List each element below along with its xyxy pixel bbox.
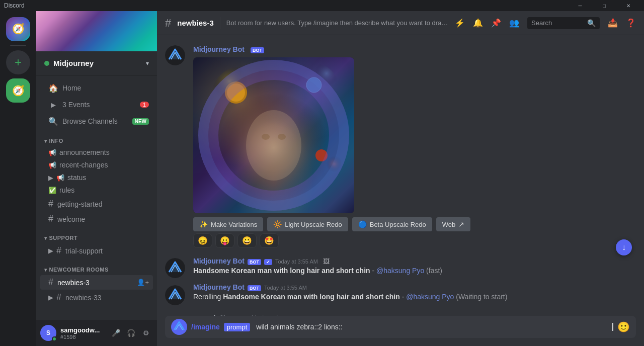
add-member-icon[interactable]: 👤+ — [137, 279, 149, 286]
sidebar-nav: 🏠 Home ▶ 3 Events 1 🔍 Browse Channels NE… — [36, 75, 157, 320]
section-info[interactable]: ▾ INFO — [36, 130, 157, 146]
sidebar-item-browse-channels[interactable]: 🔍 Browse Channels NEW — [40, 113, 153, 129]
reaction-tired[interactable]: 😖 — [193, 233, 212, 248]
reaction-star-struck[interactable]: 🤩 — [260, 233, 279, 248]
mention-1: @haksung Pyo — [376, 267, 424, 275]
text-cursor — [612, 323, 613, 331]
light-icon: 🔆 — [273, 220, 282, 228]
channel-announcements[interactable]: 📢 announcements — [40, 146, 153, 158]
titlebar-controls: ─ □ ✕ — [569, 0, 640, 11]
search-box[interactable]: Search 🔍 — [527, 17, 600, 29]
light-upscale-label: Light Upscale Redo — [285, 221, 342, 228]
reroll-time: Today at 3:55 AM — [264, 285, 307, 291]
emoji-button[interactable]: 🙂 — [617, 321, 630, 333]
user-tag: #1598 — [60, 334, 105, 340]
channel-newbies-3[interactable]: # newbies-3 👤+ — [40, 275, 153, 290]
section-support[interactable]: ▾ SUPPORT — [36, 227, 157, 243]
text-dash: - — [372, 267, 376, 275]
search-placeholder: Search — [531, 19, 584, 27]
user-info: samgoodw... #1598 — [60, 326, 105, 340]
pin-icon[interactable]: 📌 — [491, 18, 501, 28]
channel-description: Bot room for new users. Type /imagine th… — [226, 19, 449, 27]
reactions: 😖 😛 😀 🤩 — [193, 233, 636, 248]
sidebar: Midjourney ▾ 🏠 Home ▶ 3 Events 1 🔍 Brows… — [36, 11, 157, 346]
sidebar-item-home[interactable]: 🏠 Home — [40, 80, 153, 96]
bot-badge-3: BOT — [248, 285, 261, 291]
circle-icon: 🔵 — [358, 220, 367, 228]
image-icon: 🖼 — [323, 257, 330, 265]
notification-icon[interactable]: 🔔 — [473, 18, 483, 28]
channel-status[interactable]: ▶ 📢 status — [40, 171, 153, 184]
hash-icon: # — [48, 277, 53, 288]
sidebar-item-events[interactable]: ▶ 3 Events 1 — [40, 97, 153, 113]
slash-command: /imagine — [191, 323, 220, 331]
message-input-box[interactable]: /imagine prompt wild animals zebra::2 li… — [165, 316, 636, 338]
mention-2: @haksung Pyo — [406, 293, 454, 301]
chevron-down-icon: ▾ — [146, 60, 149, 67]
channel-recent-changes[interactable]: 📢 recent-changes — [40, 159, 153, 171]
section-newcomer[interactable]: ▾ NEWCOMER ROOMS — [36, 258, 157, 275]
server-header[interactable]: Midjourney ▾ — [36, 51, 157, 75]
section-newcomer-label: NEWCOMER ROOMS — [49, 267, 109, 273]
new-badge: NEW — [132, 118, 149, 125]
add-server-button[interactable]: + — [6, 50, 30, 74]
status-dot — [52, 336, 57, 341]
sparkles-icon: ✨ — [199, 220, 208, 228]
discover-button[interactable]: 🧭 — [6, 78, 30, 103]
compact-header: Midjourney Bot BOT ✓ Today at 3:55 AM 🖼 — [193, 257, 636, 265]
bold-prefix: Handsome Korean man with long hair and s… — [193, 267, 370, 275]
channel-getting-started[interactable]: # getting-started — [40, 197, 153, 211]
mute-button[interactable]: 🎤 — [109, 326, 123, 340]
web-button[interactable]: Web ↗ — [436, 217, 471, 231]
search-icon: 🔍 — [587, 19, 596, 27]
help-icon[interactable]: ❓ — [626, 18, 636, 28]
compact-content: Midjourney Bot BOT ✓ Today at 3:55 AM 🖼 … — [193, 257, 636, 278]
channel-name: newbies-3 — [57, 279, 134, 287]
light-upscale-redo-button[interactable]: 🔆 Light Upscale Redo — [267, 217, 348, 231]
bot-badge-2: BOT — [248, 259, 261, 265]
megaphone2-icon: 📢 — [48, 161, 56, 169]
reaction-tongue[interactable]: 😛 — [215, 233, 234, 248]
beta-upscale-redo-button[interactable]: 🔵 Beta Upscale Redo — [352, 217, 432, 231]
server-icon-midjourney[interactable]: 🧭 — [6, 17, 30, 41]
members-icon[interactable]: 👥 — [509, 18, 519, 28]
deafen-button[interactable]: 🎧 — [124, 326, 138, 340]
svg-point-13 — [278, 134, 286, 140]
channel-welcome[interactable]: # welcome — [40, 212, 153, 226]
header-actions: ⚡ 🔔 📌 👥 Search 🔍 📥 ❓ — [455, 17, 636, 29]
home-icon: 🏠 — [48, 83, 58, 93]
make-variations-button[interactable]: ✨ Make Variations — [193, 217, 263, 231]
channel-trial-support[interactable]: ▶ # trial-support — [40, 243, 153, 258]
app-container: 🧭 + 🧭 Midjourney ▾ 🏠 Home ▶ — [0, 0, 644, 346]
close-button[interactable]: ✕ — [617, 0, 640, 11]
input-avatar — [171, 319, 187, 335]
expand-icon: ▶ — [48, 174, 53, 182]
compact-message-1: Midjourney Bot BOT ✓ Today at 3:55 AM 🖼 … — [165, 256, 636, 279]
input-value[interactable]: wild animals zebra::2 lions:: — [256, 323, 608, 331]
inbox-icon[interactable]: 📥 — [608, 18, 618, 28]
reroll-avatar — [165, 285, 185, 305]
events-icon: ▶ — [48, 100, 58, 110]
settings-button[interactable]: ⚙ — [139, 326, 153, 340]
avatar-initials: S — [46, 329, 50, 336]
image-placeholder — [193, 57, 354, 213]
main-content: # newbies-3 Bot room for new users. Type… — [157, 11, 644, 346]
channel-name: announcements — [59, 148, 149, 156]
server-name: Midjourney — [53, 59, 94, 67]
channel-name: getting-started — [57, 200, 149, 208]
hash-icon: # — [56, 292, 61, 303]
reaction-grin[interactable]: 😀 — [237, 233, 257, 248]
channel-newbies-33[interactable]: ▶ # newbies-33 — [40, 290, 153, 305]
scroll-to-bottom-button[interactable]: ↓ — [616, 239, 632, 255]
threads-icon[interactable]: ⚡ — [455, 18, 465, 28]
events-badge: 1 — [140, 102, 149, 108]
channel-name: trial-support — [65, 247, 149, 255]
prompt-keyword: prompt — [224, 323, 250, 331]
maximize-button[interactable]: □ — [593, 0, 616, 11]
make-variations-label: Make Variations — [211, 221, 257, 228]
reroll-text: Rerolling Handsome Korean man with long … — [193, 292, 636, 302]
message-content: Midjourney Bot BOT — [193, 45, 636, 250]
reroll-author: Midjourney Bot — [193, 283, 245, 291]
minimize-button[interactable]: ─ — [569, 0, 592, 11]
channel-rules[interactable]: ✅ rules — [40, 184, 153, 196]
